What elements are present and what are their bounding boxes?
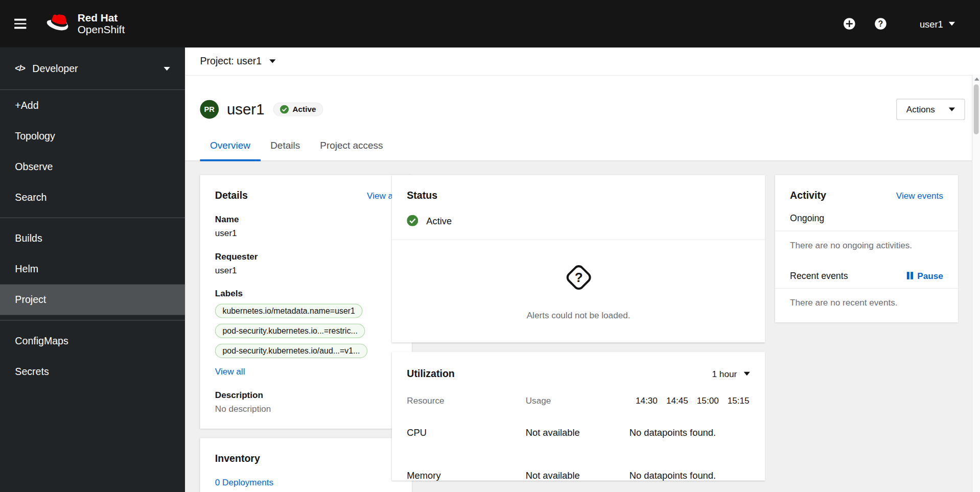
user-menu-label: user1 [920,18,943,29]
project-selector[interactable]: Project: user1 [200,56,275,67]
svg-text:?: ? [574,270,582,285]
view-events-link[interactable]: View events [896,191,943,201]
help-button[interactable]: ? [875,17,887,30]
tab-details[interactable]: Details [261,134,310,161]
ongoing-empty-message: There are no ongoing activities. [775,231,958,259]
actions-label: Actions [906,104,935,114]
masthead: Red Hat OpenShift ? user1 [0,0,980,48]
duration-dropdown[interactable]: 1 hour [712,369,750,379]
tab-project-access[interactable]: Project access [310,134,393,161]
time-tick-label: 14:30 [635,395,658,406]
caret-down-icon [949,22,955,26]
divider [0,218,185,218]
requester-label: Requester [215,251,397,262]
utilization-row-memory: Memory Not available No datapoints found… [392,470,765,481]
perspective-switcher[interactable]: Developer [0,48,185,90]
tab-label: Details [270,140,300,151]
pause-icon [907,272,913,279]
tab-overview[interactable]: Overview [200,134,260,161]
status-badge-label: Active [293,105,316,113]
tab-label: Project access [320,140,383,151]
pause-events-button[interactable]: Pause [907,271,943,281]
scrollbar-thumb[interactable] [974,84,979,134]
activity-card: Activity View events Ongoing There are n… [775,175,958,322]
inventory-card-title: Inventory [215,453,260,464]
resource-datapoints: No datapoints found. [629,427,716,437]
resource-usage: Not available [526,470,629,481]
sidebar-item-observe[interactable]: Observe [0,151,185,182]
user-menu[interactable]: user1 [920,18,955,29]
tabs: Overview Details Project access [185,134,980,161]
perspective-label: Developer [32,63,78,74]
sidebar-item-add[interactable]: +Add [0,90,185,121]
recent-events-label: Recent events [790,271,848,281]
main-content: Project: user1 PR user1 Active Actions [185,48,980,492]
details-card-title: Details [215,190,248,201]
scroll-up-arrow[interactable] [972,75,980,83]
labels-label: Labels [215,288,397,298]
sidebar-item-search[interactable]: Search [0,182,185,213]
resource-datapoints: No datapoints found. [629,470,716,481]
details-card: Details View all Name user1 Requester us… [200,175,412,429]
name-value: user1 [215,228,397,238]
tab-label: Overview [210,140,250,151]
resource-name: CPU [407,427,525,437]
caret-down-icon [949,107,955,111]
time-tick-label: 14:45 [666,395,689,406]
caret-down-icon [164,66,170,70]
resource-column-header: Resource [407,395,525,406]
sidebar-item-topology[interactable]: Topology [0,121,185,151]
deployments-link[interactable]: 0 Deployments [215,478,273,488]
utilization-card: Utilization 1 hour Resource Usage 14:30 … [392,352,765,481]
sidebar-group-main: +Add Topology Observe Search [0,90,185,213]
project-bar: Project: user1 [185,48,980,76]
brand-line2: OpenShift [78,24,125,35]
unknown-status-icon: ? [562,261,595,294]
sidebar-group-config: ConfigMaps Secrets [0,325,185,387]
status-state: Active [426,215,452,226]
status-badge: Active [273,103,323,116]
resource-usage: Not available [526,427,629,437]
sidebar-group-resources: Builds Helm Project [0,223,185,315]
labels-view-all-link[interactable]: View all [215,366,245,377]
alerts-message: Alerts could not be loaded. [527,310,631,320]
question-circle-icon: ? [875,17,887,30]
labels-list: kubernetes.io/metadata.name=user1 pod-se… [215,303,397,358]
label-chip[interactable]: pod-security.kubernetes.io/aud...=v1... [215,344,367,358]
quick-create-button[interactable] [844,17,856,30]
time-tick-label: 15:15 [727,395,750,406]
check-circle-icon [280,105,289,113]
sidebar-item-builds[interactable]: Builds [0,223,185,254]
nav-toggle-button[interactable] [0,0,40,48]
activity-card-title: Activity [790,190,826,201]
description-value: No description [215,404,397,414]
brand-line1: Red Hat [78,12,125,24]
sidebar-item-helm[interactable]: Helm [0,254,185,285]
inventory-card: Inventory 0 Deployments [200,438,412,492]
alerts-empty-state: ? Alerts could not be loaded. [392,240,765,343]
sidebar-item-configmaps[interactable]: ConfigMaps [0,325,185,356]
status-card-title: Status [407,190,437,201]
time-tick-label: 15:00 [696,395,719,406]
requester-value: user1 [215,265,397,275]
divider [0,320,185,320]
masthead-utilities: ? user1 [844,17,980,30]
sidebar: Developer +Add Topology Observe Search B… [0,48,185,492]
page-title: user1 [227,101,264,118]
label-chip[interactable]: pod-security.kubernetes.io...=restric... [215,324,365,338]
resource-name: Memory [407,470,525,481]
brand-text: Red Hat OpenShift [78,12,125,36]
page-header: PR user1 Active Actions Overview Details [185,76,980,161]
sidebar-item-project[interactable]: Project [0,285,185,315]
status-card: Status Active ? [392,175,765,342]
check-circle-icon [407,215,418,226]
sidebar-item-secrets[interactable]: Secrets [0,356,185,387]
hamburger-icon [14,19,26,20]
overview-dashboard: Details View all Name user1 Requester us… [185,161,980,492]
recent-events-empty-message: There are no recent events. [775,289,958,316]
utilization-row-cpu: CPU Not available No datapoints found. [392,427,765,437]
vertical-scrollbar[interactable] [972,75,980,492]
label-chip[interactable]: kubernetes.io/metadata.name=user1 [215,303,363,318]
project-resource-badge: PR [200,100,219,119]
actions-dropdown[interactable]: Actions [896,99,965,120]
